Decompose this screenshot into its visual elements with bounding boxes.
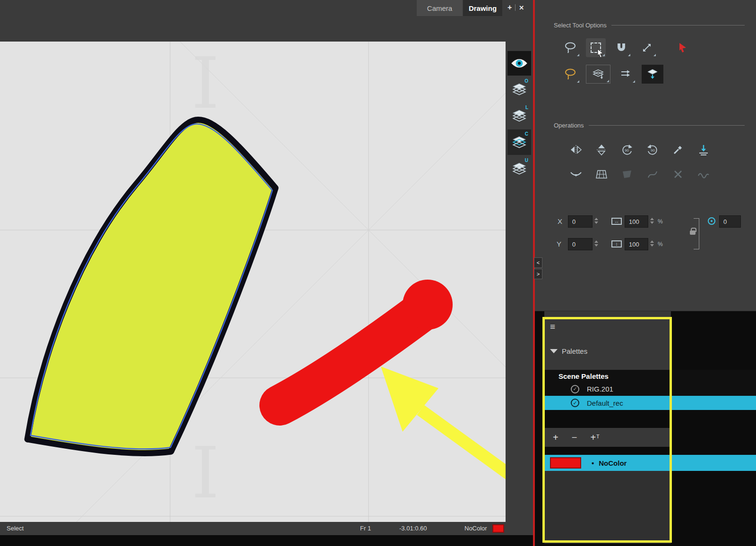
preview-eye-button[interactable] <box>507 51 531 76</box>
collapse-right-button[interactable]: > <box>534 269 542 279</box>
snap-magnet-button[interactable] <box>611 38 631 57</box>
wave-icon <box>697 170 710 179</box>
select-tool-options-title: Select Tool Options <box>554 22 745 29</box>
color-list-item-selected[interactable]: • NoColor <box>544 455 756 471</box>
lasso-icon <box>564 68 576 80</box>
cut-button[interactable] <box>668 165 688 184</box>
y-offset-field[interactable]: 0 <box>568 238 593 250</box>
dark-shape-icon <box>621 169 633 179</box>
palettes-section-header[interactable]: Palettes <box>550 347 587 355</box>
cursor-arrow-icon <box>597 49 605 58</box>
toggle-line-art[interactable]: L <box>507 103 531 128</box>
transform-fields: X 0 ↔ 100 % 0 Y 0 ↕ 100 % <box>554 211 754 266</box>
flip-horizontal-icon <box>570 145 582 155</box>
app-window: Camera Drawing + ✕ I I <box>0 0 756 546</box>
rotation-icon <box>708 217 715 225</box>
cross-cut-icon <box>673 169 683 179</box>
x-offset-spinner[interactable] <box>594 218 598 224</box>
color-bullet: • <box>592 459 594 467</box>
add-color-button[interactable]: + <box>553 433 558 442</box>
smooth-button[interactable] <box>566 165 586 184</box>
ratio-lock-icon[interactable] <box>690 230 696 235</box>
close-view-button[interactable]: ✕ <box>519 4 524 11</box>
toggle-letter: U <box>525 158 528 163</box>
dropper-icon <box>672 144 684 155</box>
operations-row-2 <box>554 165 745 184</box>
toggle-letter: O <box>524 78 528 84</box>
panel-menu-icon[interactable]: ≡ <box>550 322 555 332</box>
palette-list-item-selected[interactable]: ✓ Default_rec <box>544 396 756 410</box>
operations-group: Operations <box>554 122 745 184</box>
y-offset-label: Y <box>557 240 561 248</box>
palette-item-label: Default_rec <box>587 399 623 407</box>
smooth-line-button[interactable] <box>694 165 713 184</box>
height-field[interactable]: 100 <box>625 238 648 250</box>
collapse-left-button[interactable]: < <box>534 257 542 268</box>
marquee-select-button[interactable] <box>586 38 606 57</box>
flip-vertical-button[interactable] <box>592 140 611 159</box>
red-brush-stroke-end <box>403 280 453 330</box>
tab-camera[interactable]: Camera <box>417 0 463 16</box>
palette-list-item[interactable]: ✓ RIG.201 <box>544 382 756 396</box>
lasso-select-button[interactable] <box>560 38 580 57</box>
scene-palettes-header: Scene Palettes <box>544 370 756 382</box>
status-color-swatch <box>492 524 504 533</box>
add-view-button[interactable]: + <box>507 3 512 12</box>
operations-row-1: 90 90 <box>554 140 745 159</box>
palette-check-icon: ✓ <box>571 385 579 393</box>
rotate-ccw-button[interactable]: 90 <box>643 140 662 159</box>
layers-icon <box>512 83 526 95</box>
tab-camera-label: Camera <box>427 4 452 12</box>
add-texture-button[interactable]: + T <box>590 433 599 442</box>
height-spinner[interactable] <box>650 240 654 247</box>
smooth-arc-icon <box>570 170 582 179</box>
palette-color-toolbar: + − + T <box>544 428 671 447</box>
layers-icon <box>512 136 526 148</box>
rotation-field[interactable]: 0 <box>719 215 741 228</box>
apply-to-multiple-button[interactable] <box>616 65 636 84</box>
remove-color-button[interactable]: − <box>572 433 577 442</box>
transform-handles-button[interactable] <box>637 38 657 57</box>
color-label: • NoColor <box>592 459 627 467</box>
rotate-cw-icon: 90 <box>621 144 633 156</box>
drawing-canvas[interactable]: I I <box>0 42 506 522</box>
width-field[interactable]: 100 <box>625 215 648 228</box>
y-offset-spinner[interactable] <box>594 240 598 247</box>
perspective-button[interactable] <box>592 165 611 184</box>
status-color-name: NoColor <box>464 525 487 532</box>
tool-options-row-2 <box>554 65 745 84</box>
toggle-color-art[interactable]: C <box>507 129 531 155</box>
flip-horizontal-button[interactable] <box>566 140 586 159</box>
rotate-ccw-label: 90 <box>651 148 655 153</box>
operations-title: Operations <box>554 122 745 129</box>
palette-panel-footer <box>544 471 671 544</box>
panel-collapse-controls: < > <box>534 257 542 279</box>
palette-panel-header: ≡ Palettes <box>544 311 671 370</box>
palettes-header-label: Palettes <box>562 347 587 355</box>
x-offset-label: X <box>558 217 562 225</box>
toggle-underlay-art[interactable]: U <box>507 156 531 181</box>
toggle-letter: L <box>525 105 528 110</box>
tab-controls: + ✕ <box>507 3 524 12</box>
curve-edit-button[interactable] <box>643 165 662 184</box>
toggle-letter: C <box>525 131 528 136</box>
scene-palettes-label: Scene Palettes <box>558 372 609 380</box>
flatten-button[interactable] <box>642 65 663 84</box>
status-bar: Select Fr 1 -3.01:0.60 NoColor <box>0 522 533 535</box>
envelope-button[interactable] <box>617 165 637 184</box>
select-mode-group-button[interactable] <box>586 65 610 84</box>
height-percent-label: % <box>658 241 663 247</box>
dropper-button[interactable] <box>668 140 688 159</box>
bottom-strip <box>0 535 533 546</box>
x-offset-field[interactable]: 0 <box>568 215 593 228</box>
lasso-mode-button[interactable] <box>560 65 580 84</box>
eye-icon <box>510 57 528 69</box>
width-percent-label: % <box>658 218 663 225</box>
width-spinner[interactable] <box>650 218 654 224</box>
tool-cursor-indicator <box>673 38 693 57</box>
rotate-cw-button[interactable]: 90 <box>617 140 637 159</box>
toggle-overlay-art[interactable]: O <box>507 77 531 102</box>
status-position: -3.01:0.60 <box>399 525 427 532</box>
send-to-back-button[interactable] <box>694 140 713 159</box>
tab-drawing[interactable]: Drawing <box>463 0 502 16</box>
